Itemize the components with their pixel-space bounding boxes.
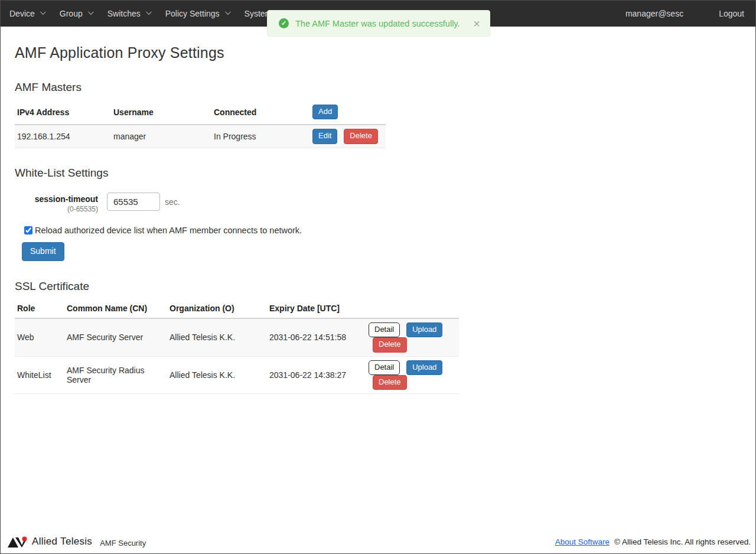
toast-message: The AMF Master was updated successfully. [295,19,460,28]
logout-button[interactable]: Logout [719,9,747,18]
table-row: Web AMF Security Server Allied Telesis K… [15,318,459,356]
nav-item-label: Group [60,9,83,18]
nav-item-label: Device [9,9,35,18]
chevron-down-icon [88,9,94,15]
edit-button[interactable]: Edit [312,129,337,144]
ssl-certificate-section: SSL Certificate Role Common Name (CN) Or… [15,280,741,394]
brand-name: Allied Telesis [32,536,92,548]
delete-button[interactable]: Delete [344,129,378,144]
logged-in-user: manager@sesc [625,9,683,18]
about-software-link[interactable]: About Software [555,537,610,546]
ipv4-cell: 192.168.1.254 [15,125,113,148]
nav-item-device[interactable]: Device [9,9,52,18]
page-footer: Allied Telesis AMF Security About Softwa… [0,532,756,553]
delete-button[interactable]: Delete [373,337,407,352]
success-toast: ✓ The AMF Master was updated successfull… [267,10,490,37]
footer-right-group: About Software © Allied Telesis Inc. All… [555,537,751,546]
nav-item-group[interactable]: Group [52,9,100,18]
actions-cell: Edit Delete [312,125,386,148]
nav-item-switches[interactable]: Switches [100,9,158,18]
reload-device-list-checkbox[interactable] [24,226,32,234]
column-header-actions: Add [312,102,386,125]
table-row: 192.168.1.254 manager In Progress Edit D… [15,125,386,148]
column-header-username: Username [113,102,214,125]
organization-cell: Allied Telesis K.K. [170,356,269,394]
role-cell: WhiteList [15,356,67,394]
expiry-cell: 2031-06-22 14:38:27 [269,356,369,394]
connected-cell: In Progress [214,125,312,148]
reload-checkbox-row: Reload authorized device list when AMF m… [24,226,741,235]
session-timeout-row: session-timeout (0-65535) sec. [15,193,741,213]
copyright-text: © Allied Telesis Inc. All rights reserve… [614,537,751,546]
add-button[interactable]: Add [312,105,338,119]
white-list-heading: White-List Settings [15,167,741,180]
amf-masters-table: IPv4 Address Username Connected Add 192.… [15,102,386,148]
column-header-common-name: Common Name (CN) [67,301,170,318]
column-header-actions [369,301,459,318]
upload-button[interactable]: Upload [406,360,442,375]
expiry-cell: 2031-06-22 14:51:58 [269,318,369,356]
actions-cell: Detail Upload Delete [369,318,459,356]
organization-cell: Allied Telesis K.K. [170,318,269,356]
ssl-certificate-heading: SSL Certificate [15,280,741,293]
session-timeout-range: (0-65535) [15,205,98,213]
chevron-down-icon [146,9,152,15]
upload-button[interactable]: Upload [406,322,442,337]
product-name: AMF Security [100,536,146,548]
submit-button[interactable]: Submit [22,242,64,262]
table-header-row: IPv4 Address Username Connected Add [15,102,386,125]
session-timeout-input[interactable] [107,193,160,211]
allied-telesis-logo-icon [8,536,28,548]
detail-button[interactable]: Detail [369,322,400,337]
role-cell: Web [15,318,67,356]
nav-right-group: manager@sesc Logout [625,9,747,18]
delete-button[interactable]: Delete [373,375,407,390]
close-icon[interactable]: × [472,18,481,30]
common-name-cell: AMF Security Radius Server [67,356,170,394]
column-header-role: Role [15,301,67,318]
username-cell: manager [113,125,214,148]
detail-button[interactable]: Detail [369,360,400,375]
amf-masters-heading: AMF Masters [15,81,741,94]
nav-item-label: Policy Settings [165,9,220,18]
column-header-organization: Organization (O) [170,301,269,318]
common-name-cell: AMF Security Server [67,318,170,356]
table-header-row: Role Common Name (CN) Organization (O) E… [15,301,459,318]
reload-checkbox-label: Reload authorized device list when AMF m… [35,226,302,235]
column-header-connected: Connected [214,102,312,125]
column-header-ipv4: IPv4 Address [15,102,113,125]
success-check-icon: ✓ [279,18,289,28]
amf-masters-section: AMF Masters IPv4 Address Username Connec… [15,81,741,148]
column-header-expiry: Expiry Date [UTC] [269,301,369,318]
session-timeout-label-group: session-timeout (0-65535) [15,193,98,213]
table-row: WhiteList AMF Security Radius Server All… [15,356,459,394]
nav-item-label: Switches [107,9,141,18]
nav-item-policy-settings[interactable]: Policy Settings [158,9,237,18]
actions-cell: Detail Upload Delete [369,356,459,394]
chevron-down-icon [40,9,46,15]
main-content: AMF Application Proxy Settings AMF Maste… [0,44,756,394]
white-list-section: White-List Settings session-timeout (0-6… [15,167,741,262]
seconds-unit-label: sec. [165,193,180,213]
ssl-certificate-table: Role Common Name (CN) Organization (O) E… [15,301,459,394]
chevron-down-icon [225,9,231,15]
page-title: AMF Application Proxy Settings [15,44,741,61]
session-timeout-label: session-timeout [15,194,98,204]
